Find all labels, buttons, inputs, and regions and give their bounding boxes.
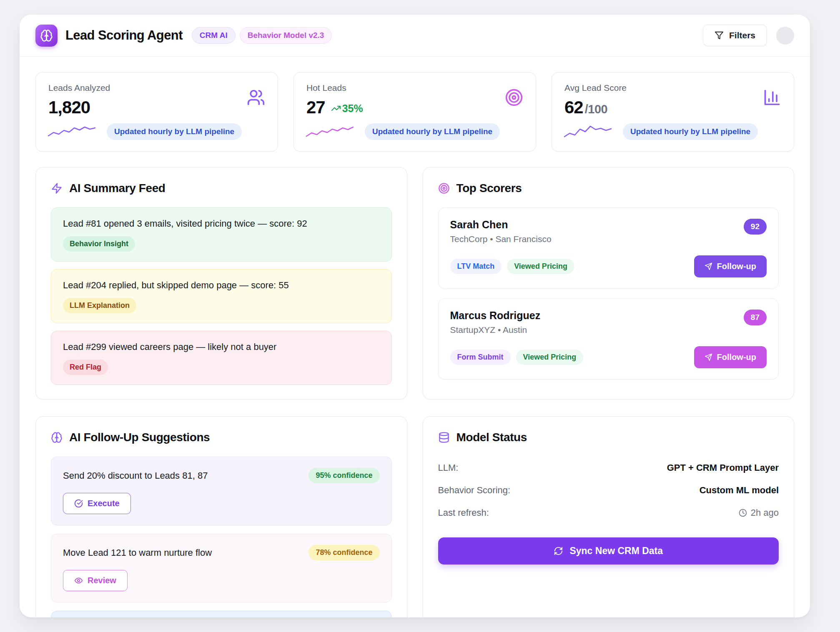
stat-card-leads-analyzed: Leads Analyzed 1,820 Updated hourly by L… bbox=[35, 72, 278, 152]
app-logo bbox=[35, 25, 58, 47]
sparkline-chart bbox=[48, 123, 95, 140]
check-circle-icon bbox=[74, 499, 83, 508]
send-icon bbox=[705, 262, 712, 270]
filter-icon bbox=[715, 31, 724, 40]
refresh-icon bbox=[554, 546, 563, 556]
feed-tag: Red Flag bbox=[63, 360, 108, 375]
status-label: Behavior Scoring: bbox=[438, 485, 511, 496]
lead-tag: Viewed Pricing bbox=[507, 259, 574, 274]
model-status-row: LLM: GPT + CRM Prompt Layer bbox=[438, 457, 779, 479]
send-icon bbox=[705, 353, 712, 361]
feed-text: Lead #204 replied, but skipped demo page… bbox=[63, 280, 380, 291]
feed-item: Lead #299 viewed careers page — likely n… bbox=[51, 331, 392, 385]
feed-text: Lead #81 opened 3 emails, visited pricin… bbox=[63, 218, 380, 229]
suggestion-item: Send 20% discount to Leads 81, 87 95% co… bbox=[51, 457, 392, 525]
lead-company: StartupXYZ • Austin bbox=[450, 325, 541, 335]
last-refresh-value: 2h ago bbox=[751, 507, 779, 518]
stats-row: Leads Analyzed 1,820 Updated hourly by L… bbox=[20, 57, 810, 167]
lead-company: TechCorp • San Francisco bbox=[450, 234, 552, 244]
trend-indicator: 35% bbox=[331, 102, 363, 115]
status-label: LLM: bbox=[438, 462, 459, 473]
stat-value: 62 bbox=[564, 97, 583, 117]
execute-button[interactable]: Execute bbox=[63, 493, 131, 514]
update-badge: Updated hourly by LLM pipeline bbox=[365, 123, 500, 140]
status-value: Custom ML model bbox=[700, 485, 779, 496]
feed-tag: LLM Explanation bbox=[63, 298, 136, 313]
trend-value: 35% bbox=[342, 102, 363, 115]
status-label: Last refresh: bbox=[438, 507, 489, 518]
lead-row-sarah-chen: Sarah Chen TechCorp • San Francisco 92 L… bbox=[438, 207, 779, 289]
header-actions: Filters bbox=[703, 25, 794, 46]
page-title: Lead Scoring Agent bbox=[65, 28, 183, 43]
status-value: GPT + CRM Prompt Layer bbox=[667, 462, 779, 473]
feed-tag: Behavior Insight bbox=[63, 236, 135, 252]
filters-button[interactable]: Filters bbox=[703, 25, 767, 46]
filters-label: Filters bbox=[729, 30, 755, 40]
review-label: Review bbox=[88, 576, 116, 585]
lead-tag: Viewed Pricing bbox=[516, 350, 584, 365]
confidence-badge: 95% confidence bbox=[308, 468, 379, 483]
avatar[interactable] bbox=[776, 27, 794, 45]
update-badge: Updated hourly by LLM pipeline bbox=[107, 123, 242, 140]
update-badge: Updated hourly by LLM pipeline bbox=[623, 123, 758, 140]
section-title: Top Scorers bbox=[456, 182, 522, 195]
stat-value: 27 bbox=[306, 97, 325, 117]
target-icon bbox=[505, 88, 523, 107]
sparkline-chart bbox=[306, 123, 353, 140]
suggestion-item: Send product comparison PDF to Lead 91 8… bbox=[51, 611, 392, 617]
suggestion-item: Move Lead 121 to warm nurture flow 78% c… bbox=[51, 534, 392, 602]
stat-label: Avg Lead Score bbox=[564, 83, 781, 93]
lead-row-marcus-rodriguez: Marcus Rodriguez StartupXYZ • Austin 87 … bbox=[438, 298, 779, 380]
sparkline-chart bbox=[564, 123, 611, 140]
stat-card-hot-leads: Hot Leads 27 35% Updated hourly by LLM p… bbox=[293, 72, 536, 152]
score-badge: 92 bbox=[744, 219, 767, 235]
confidence-badge: 78% confidence bbox=[308, 545, 379, 560]
app-header: Lead Scoring Agent CRM AI Behavior Model… bbox=[20, 15, 810, 57]
status-value: 2h ago bbox=[739, 507, 779, 518]
brain-icon bbox=[51, 432, 63, 443]
execute-label: Execute bbox=[88, 499, 120, 508]
stat-value: 1,820 bbox=[48, 97, 90, 117]
section-title: AI Follow-Up Suggestions bbox=[69, 431, 210, 444]
stat-value-suffix: /100 bbox=[585, 102, 607, 116]
stat-label: Hot Leads bbox=[306, 83, 523, 93]
suggestion-text: Send 20% discount to Leads 81, 87 bbox=[63, 470, 208, 481]
main-grid: AI Summary Feed Lead #81 opened 3 emails… bbox=[20, 167, 810, 617]
lead-tag: Form Submit bbox=[450, 350, 511, 365]
section-title: Model Status bbox=[456, 431, 527, 444]
sync-label: Sync New CRM Data bbox=[569, 545, 663, 557]
bar-chart-icon bbox=[763, 88, 781, 107]
model-status-row: Behavior Scoring: Custom ML model bbox=[438, 479, 779, 502]
score-badge: 87 bbox=[744, 310, 767, 325]
section-title: AI Summary Feed bbox=[69, 182, 165, 195]
badge-behavior-model: Behavior Model v2.3 bbox=[240, 27, 332, 44]
sync-crm-data-button[interactable]: Sync New CRM Data bbox=[438, 537, 779, 565]
top-scorers-card: Top Scorers Sarah Chen TechCorp • San Fr… bbox=[423, 167, 795, 400]
follow-up-button[interactable]: Follow-up bbox=[694, 346, 767, 368]
stat-card-avg-lead-score: Avg Lead Score 62 /100 Updated hourly by… bbox=[552, 72, 794, 152]
feed-text: Lead #299 viewed careers page — likely n… bbox=[63, 342, 380, 352]
badge-crm-ai: CRM AI bbox=[192, 27, 236, 44]
lead-name: Marcus Rodriguez bbox=[450, 310, 541, 322]
feed-item: Lead #204 replied, but skipped demo page… bbox=[51, 269, 392, 323]
review-button[interactable]: Review bbox=[63, 570, 128, 591]
ai-summary-feed-card: AI Summary Feed Lead #81 opened 3 emails… bbox=[35, 167, 407, 400]
zap-icon bbox=[51, 182, 63, 194]
suggestion-text: Move Lead 121 to warm nurture flow bbox=[63, 547, 212, 558]
follow-up-label: Follow-up bbox=[717, 352, 756, 362]
database-icon bbox=[438, 432, 450, 443]
model-status-row: Last refresh: 2h ago bbox=[438, 502, 779, 524]
follow-up-label: Follow-up bbox=[717, 262, 756, 271]
lead-name: Sarah Chen bbox=[450, 219, 552, 231]
stat-label: Leads Analyzed bbox=[48, 83, 265, 93]
target-icon bbox=[438, 182, 450, 194]
trending-up-icon bbox=[331, 103, 341, 113]
eye-icon bbox=[74, 576, 83, 585]
feed-item: Lead #81 opened 3 emails, visited pricin… bbox=[51, 207, 392, 262]
clock-icon bbox=[739, 509, 747, 517]
ai-followup-suggestions-card: AI Follow-Up Suggestions Send 20% discou… bbox=[35, 416, 407, 617]
model-status-card: Model Status LLM: GPT + CRM Prompt Layer… bbox=[423, 416, 795, 617]
follow-up-button[interactable]: Follow-up bbox=[694, 255, 767, 277]
users-icon bbox=[247, 88, 265, 107]
main-window: Lead Scoring Agent CRM AI Behavior Model… bbox=[20, 15, 810, 617]
